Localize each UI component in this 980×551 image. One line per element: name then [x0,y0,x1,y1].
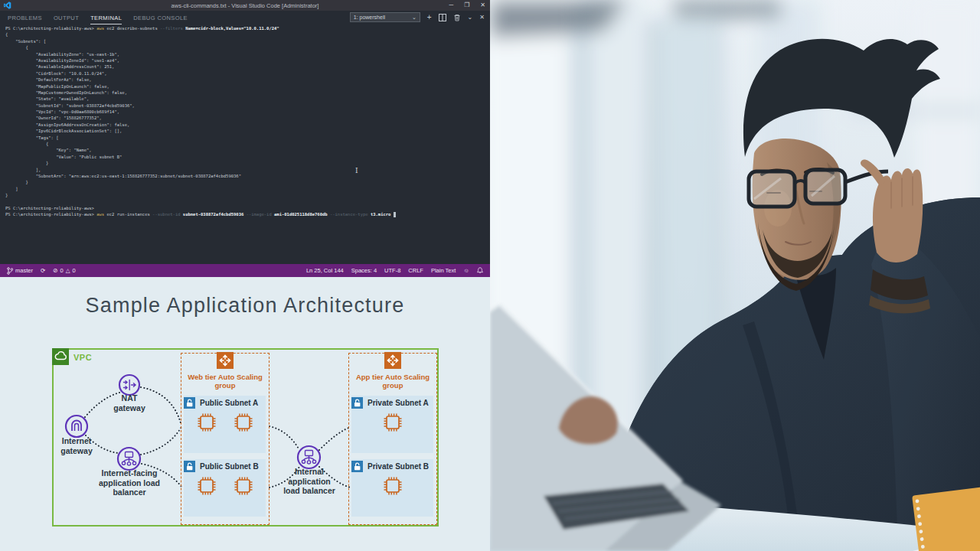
tab-terminal[interactable]: TERMINAL [90,12,122,24]
tab-debug-console[interactable]: DEBUG CONSOLE [133,12,188,24]
nat-gateway-label: NAT gateway [99,393,160,412]
terminal-line: "SubnetId": "subnet-038872af4cbd59036", [5,103,488,109]
text-cursor-pointer: I [355,168,358,174]
warning-count: 0 [72,267,75,274]
terminal-line: PS C:\architecting-reliability-aws> aws … [5,25,488,31]
terminal-line: "AvailableIpAddressCount": 251, [5,64,488,70]
terminal-line: "Subnets": [ [5,38,488,44]
app-tier-label: App tier Auto Scaling group [349,373,436,390]
terminal-line: } [5,179,488,185]
branch-name: master [15,267,33,274]
terminal-line: "DefaultForAz": false, [5,77,488,83]
subnet-lock-icon [351,397,363,409]
git-branch-indicator[interactable]: master [7,267,33,275]
cursor-position[interactable]: Ln 25, Col 144 [306,267,344,274]
internet-facing-alb-label: Internet-facing application load balance… [83,468,175,497]
feedback-smiley-icon[interactable]: ☺ [463,267,469,274]
indentation[interactable]: Spaces: 4 [351,267,377,274]
internet-gateway-label: Internet gateway [46,436,107,455]
terminal-line: } [5,192,488,198]
terminal-line: } [5,160,488,166]
terminal-line: { [5,44,488,51]
architecture-diagram-slide: Sample Application Architecture VPC [0,277,490,551]
vscode-logo-icon [4,2,11,9]
error-count: 0 [60,267,64,274]
terminal-line: "Value": "Public subnet B" [5,154,488,160]
screen: aws-cli-commands.txt - Visual Studio Cod… [0,0,980,551]
terminal-controls: 1: powershell ⌄ + ⌄ ✕ [350,12,485,22]
vpc-cloud-icon [52,348,69,365]
notifications-bell-icon[interactable] [477,267,483,274]
app-tier-auto-scaling-group: App tier Auto Scaling group Private Subn… [348,353,437,525]
error-icon: ⊘ [53,267,57,274]
vpc-label: VPC [74,353,92,362]
terminal-line: "Tags": [ [5,135,488,141]
auto-scaling-icon [384,352,401,369]
terminal-line: "VpcId": "vpc-0d0aa6800cb689f14", [5,109,488,115]
language-mode[interactable]: Plain Text [431,267,456,274]
encoding[interactable]: UTF-8 [384,267,400,274]
terminal-line [5,199,488,205]
shell-selector-dropdown[interactable]: 1: powershell ⌄ [350,12,420,22]
web-tier-label: Web tier Auto Scaling group [181,373,269,390]
terminal-line: "MapCustomerOwnedIpOnLaunch": false, [5,90,488,96]
ec2-instance-icon [234,476,253,496]
tab-problems[interactable]: PROBLEMS [8,12,42,24]
terminal-line: "AvailabilityZone": "us-east-1b", [5,51,488,57]
subnet-lock-icon [184,461,195,472]
subnet-lock-icon [184,397,195,409]
ec2-instance-icon [197,476,217,496]
ec2-instances [351,412,433,432]
status-bar: master ⟳ ⊘ 0 △ 0 Ln 25, Col 144 Spaces: … [0,264,490,277]
presenter-photo [490,0,980,551]
kill-terminal-trash-button[interactable] [453,14,461,21]
terminal-line: ] [5,186,488,192]
split-terminal-button[interactable] [439,14,446,21]
subnet-label: Public Subnet A [200,399,258,407]
close-panel-button[interactable]: ✕ [479,14,485,21]
title-bar[interactable]: aws-cli-commands.txt - Visual Studio Cod… [0,0,490,11]
maximize-button[interactable]: ❐ [464,0,469,11]
web-tier-auto-scaling-group: Web tier Auto Scaling group Public Subne… [181,353,270,525]
public-subnet-b: Public Subnet B [184,459,266,517]
ec2-instances [184,412,266,432]
new-terminal-button[interactable]: + [427,14,432,21]
terminal-line: ], [5,167,488,173]
vscode-window: aws-cli-commands.txt - Visual Studio Cod… [0,0,490,277]
branch-icon [7,267,13,275]
ec2-instances [184,476,266,496]
ec2-instance-icon [234,412,253,432]
panel-chevron-button[interactable]: ⌄ [468,14,473,21]
chevron-down-icon: ⌄ [412,15,416,21]
photo-haze-overlay [490,0,980,551]
warning-icon: △ [66,267,70,274]
terminal-line: "AssignIpv6AddressOnCreation": false, [5,122,488,128]
sync-icon[interactable]: ⟳ [41,267,45,274]
minimize-button[interactable]: ─ [449,0,453,11]
ec2-instance-icon [383,412,403,432]
terminal-line: PS C:\architecting-reliability-aws> [5,205,488,211]
terminal-line: "SubnetArn": "arn:aws:ec2:us-east-1:1588… [5,173,488,179]
terminal-line: "CidrBlock": "10.0.11.0/24", [5,70,488,77]
tab-output[interactable]: OUTPUT [54,12,79,24]
subnet-label: Private Subnet B [368,462,429,471]
terminal-line: "AvailabilityZoneId": "use1-az4", [5,57,488,64]
terminal-line: PS C:\architecting-reliability-aws> aws … [5,211,488,217]
private-subnet-b: Private Subnet B [351,459,433,517]
terminal-line: "State": "available", [5,96,488,102]
terminal-output[interactable]: PS C:\architecting-reliability-aws> aws … [5,25,488,264]
internal-alb-label: Internal application load balancer [263,467,355,496]
window-title: aws-cli-commands.txt - Visual Studio Cod… [172,2,319,9]
ec2-instances [351,476,433,496]
problems-indicator[interactable]: ⊘ 0 △ 0 [53,267,75,274]
ec2-instance-icon [197,412,217,432]
public-subnet-a: Public Subnet A [184,396,266,453]
terminal-line: { [5,31,488,37]
eol-sequence[interactable]: CRLF [408,267,423,274]
terminal-line: "MapPublicIpOnLaunch": false, [5,83,488,90]
close-button[interactable]: ✕ [480,0,485,11]
terminal-line: "Ipv6CidrBlockAssociationSet": [], [5,128,488,134]
subnet-label: Public Subnet B [200,462,259,471]
shell-selector-value: 1: powershell [354,15,385,20]
ec2-instance-icon [383,476,403,496]
